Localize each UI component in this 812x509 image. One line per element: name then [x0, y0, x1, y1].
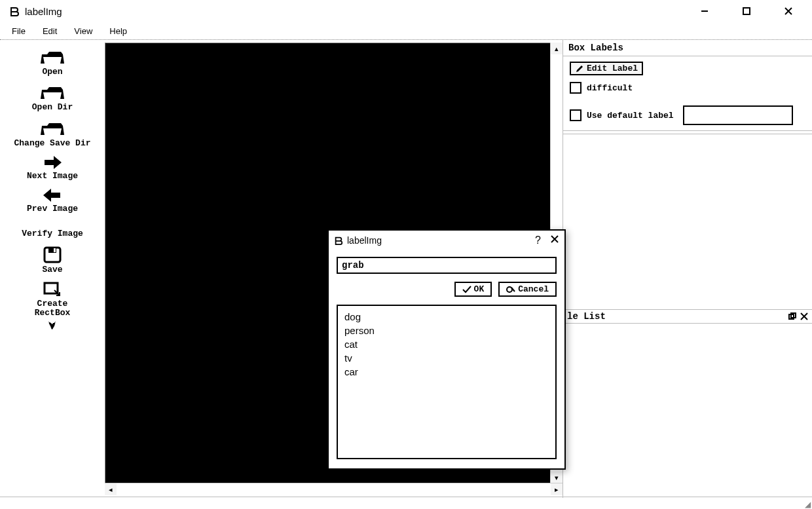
sidebar-toolbar: Open Open Dir Change Save Dir Next Image	[0, 40, 105, 498]
tool-prev-image[interactable]: Prev Image	[0, 183, 105, 215]
menu-help[interactable]: Help	[105, 25, 131, 37]
check-icon	[462, 286, 471, 293]
tool-label: Next Image	[27, 172, 78, 181]
menu-file[interactable]: File	[8, 25, 29, 37]
edit-label-button[interactable]: Edit Label	[570, 62, 643, 75]
tool-label: Verify Image	[22, 229, 83, 238]
file-list-title-text: le List	[567, 311, 606, 322]
use-default-label-checkbox[interactable]	[570, 109, 581, 121]
sidebar-more-icon[interactable]: ⮟	[48, 321, 57, 330]
arrow-left-icon	[42, 187, 63, 203]
box-label-list[interactable]	[563, 134, 812, 309]
tool-label: Create RectBox	[35, 299, 71, 318]
scroll-left-icon[interactable]: ◂	[105, 483, 117, 495]
svg-rect-6	[54, 248, 56, 252]
tool-create-rectbox[interactable]: Create RectBox	[0, 277, 105, 320]
arrow-right-icon	[42, 155, 63, 170]
titlebar: labelImg	[0, 0, 812, 22]
tool-label: Save	[42, 265, 62, 274]
tool-change-save-dir[interactable]: Change Save Dir	[0, 115, 105, 149]
tool-label: Prev Image	[27, 204, 78, 214]
list-item[interactable]: tv	[344, 351, 549, 365]
horizontal-scrollbar[interactable]: ◂ ▸	[105, 483, 563, 495]
tool-label: Change Save Dir	[14, 139, 90, 148]
scroll-down-icon[interactable]: ▾	[551, 472, 563, 483]
create-rectbox-icon	[43, 281, 62, 298]
difficult-label: difficult	[587, 83, 633, 93]
file-list-panel-title: le List	[563, 309, 812, 324]
use-default-label-text: Use default label	[587, 111, 674, 121]
maximize-button[interactable]	[737, 2, 756, 20]
statusbar: ◢	[0, 497, 812, 509]
tool-next-image[interactable]: Next Image	[0, 151, 105, 182]
tool-open-dir[interactable]: Open Dir	[0, 79, 105, 113]
close-button[interactable]	[779, 2, 798, 20]
ok-button[interactable]: OK	[454, 282, 492, 297]
menu-edit[interactable]: Edit	[39, 25, 61, 37]
svg-rect-1	[743, 8, 750, 14]
app-icon	[334, 236, 343, 245]
label-options-list[interactable]: dog person cat tv car	[337, 305, 557, 459]
app-icon	[9, 6, 20, 16]
list-item[interactable]: dog	[344, 310, 549, 324]
cancel-button[interactable]: Cancel	[498, 282, 557, 297]
dialog-close-button[interactable]	[550, 235, 559, 246]
dialog-help-button[interactable]: ?	[535, 235, 541, 246]
tool-save[interactable]: Save	[0, 242, 105, 276]
right-panel: Box Labels Edit Label difficult U	[563, 40, 812, 498]
default-label-input[interactable]	[683, 105, 793, 125]
dialog-title: labelImg	[347, 235, 382, 246]
resize-grip-icon[interactable]: ◢	[805, 500, 811, 509]
menu-view[interactable]: View	[70, 25, 96, 37]
panel-float-icon[interactable]	[788, 312, 796, 320]
dialog-titlebar: labelImg ?	[329, 231, 564, 250]
folder-open-icon	[39, 83, 65, 102]
tool-open[interactable]: Open	[0, 44, 105, 78]
save-icon	[43, 246, 62, 264]
folder-open-icon	[39, 119, 65, 138]
label-dialog: labelImg ? OK	[327, 229, 566, 470]
scroll-right-icon[interactable]: ▸	[551, 483, 563, 495]
tool-label: Open Dir	[32, 103, 73, 112]
list-item[interactable]: person	[344, 324, 549, 337]
button-label: Edit Label	[587, 64, 638, 73]
difficult-checkbox[interactable]	[570, 82, 581, 94]
panel-close-icon[interactable]	[800, 312, 808, 320]
minimize-button[interactable]	[695, 2, 714, 20]
box-labels-panel: Box Labels Edit Label difficult U	[563, 40, 812, 131]
cancel-icon	[506, 286, 515, 293]
list-item[interactable]: car	[344, 365, 549, 379]
button-label: Cancel	[518, 284, 549, 294]
folder-open-icon	[39, 48, 65, 66]
list-item[interactable]: cat	[344, 337, 549, 351]
panel-title: Box Labels	[563, 40, 812, 56]
label-input[interactable]	[337, 257, 557, 274]
file-list[interactable]	[563, 324, 812, 499]
button-label: OK	[474, 284, 485, 294]
tool-verify-image[interactable]: Verify Image	[0, 216, 105, 240]
tool-label: Open	[42, 67, 62, 77]
pencil-icon	[575, 64, 584, 73]
menubar: File Edit View Help	[0, 22, 812, 40]
window-title: labelImg	[25, 6, 62, 17]
scroll-up-icon[interactable]: ▴	[551, 43, 563, 54]
